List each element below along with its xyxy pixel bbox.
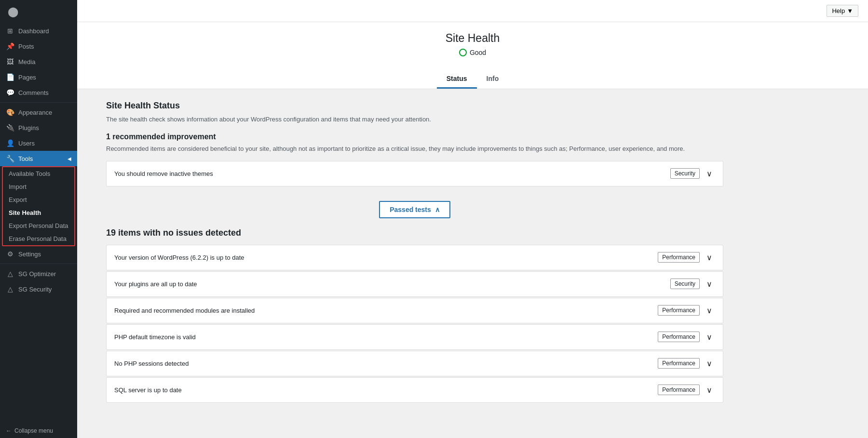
passed-item-right-0: Performance ∨	[658, 252, 715, 263]
passed-tests-wrap: Passed tests ∧	[106, 201, 723, 218]
tools-icon: 🔧	[6, 155, 14, 162]
recommendation-tag-0: Security	[670, 168, 700, 179]
passed-tests-chevron-icon: ∧	[435, 206, 440, 213]
tab-status[interactable]: Status	[437, 70, 477, 89]
submenu-item-erase-personal-data[interactable]: Erase Personal Data	[3, 232, 74, 245]
passed-item-4: No PHP sessions detected Performance ∨	[106, 351, 723, 376]
sidebar-item-settings[interactable]: ⚙ Settings	[0, 246, 77, 262]
media-icon: 🖼	[6, 58, 14, 66]
help-button[interactable]: Help ▼	[827, 5, 858, 17]
submenu-item-export-personal-data[interactable]: Export Personal Data	[3, 219, 74, 232]
passed-item-right-3: Performance ∨	[658, 332, 715, 343]
plugins-icon: 🔌	[6, 124, 14, 132]
recommendations-list: You should remove inactive themes Securi…	[106, 161, 723, 186]
submenu-item-import[interactable]: Import	[3, 180, 74, 193]
sidebar-divider-1	[0, 102, 77, 103]
sg-security-icon: △	[6, 285, 14, 293]
recommendation-item-right-0: Security ∨	[670, 168, 715, 179]
sidebar-item-plugins[interactable]: 🔌 Plugins	[0, 120, 77, 135]
passed-item-expand-button-3[interactable]: ∨	[704, 332, 715, 343]
passed-item-expand-button-5[interactable]: ∨	[704, 385, 715, 396]
sidebar: ⬤ ⊞ Dashboard 📌 Posts 🖼 Media 📄 Pages 💬 …	[0, 0, 77, 438]
improvement-count: 1 recommended improvement	[106, 133, 723, 141]
topbar: Help ▼	[77, 0, 868, 22]
sidebar-item-comments[interactable]: 💬 Comments	[0, 85, 77, 100]
status-label: Good	[470, 49, 486, 56]
settings-icon: ⚙	[6, 250, 14, 258]
passed-item-tag-2: Performance	[658, 305, 700, 316]
sidebar-item-tools[interactable]: 🔧 Tools ◀	[0, 151, 77, 166]
sidebar-item-media[interactable]: 🖼 Media	[0, 54, 77, 69]
section-desc: The site health check shows information …	[106, 115, 723, 125]
users-icon: 👤	[6, 139, 14, 147]
recommendation-expand-button-0[interactable]: ∨	[704, 168, 715, 179]
content-area: Site Health Good Status Info Site Health…	[77, 22, 868, 438]
sidebar-item-sg-optimizer[interactable]: △ SG Optimizer	[0, 266, 77, 281]
help-chevron-icon: ▼	[847, 7, 853, 14]
submenu-item-available-tools[interactable]: Available Tools	[3, 167, 74, 180]
main-content: Help ▼ Site Health Good Status Info Site…	[77, 0, 868, 438]
recommendation-item-0: You should remove inactive themes Securi…	[106, 161, 723, 186]
passed-item-expand-button-4[interactable]: ∨	[704, 358, 715, 369]
passed-tests-button[interactable]: Passed tests ∧	[379, 201, 450, 218]
passed-item-label-3: PHP default timezone is valid	[114, 333, 196, 341]
appearance-icon: 🎨	[6, 108, 14, 116]
status-circle-icon	[459, 49, 467, 56]
wp-logo-icon: ⬤	[8, 6, 18, 17]
tools-arrow-icon: ◀	[68, 156, 71, 161]
passed-items-list: Your version of WordPress (6.2.2) is up …	[106, 245, 723, 403]
passed-item-2: Required and recommended modules are ins…	[106, 298, 723, 323]
passed-item-tag-4: Performance	[658, 358, 700, 369]
recommendation-item-label-0: You should remove inactive themes	[114, 170, 213, 177]
passed-item-expand-button-1[interactable]: ∨	[704, 279, 715, 290]
dashboard-icon: ⊞	[6, 27, 14, 35]
pages-icon: 📄	[6, 73, 14, 81]
passed-item-label-2: Required and recommended modules are ins…	[114, 307, 255, 314]
page-title-wrap: Site Health Good	[77, 32, 868, 66]
sidebar-item-dashboard[interactable]: ⊞ Dashboard	[0, 23, 77, 39]
passed-item-right-2: Performance ∨	[658, 305, 715, 316]
submenu-item-site-health[interactable]: Site Health	[3, 206, 74, 219]
sidebar-item-posts[interactable]: 📌 Posts	[0, 39, 77, 54]
posts-icon: 📌	[6, 42, 14, 50]
tab-info[interactable]: Info	[477, 70, 509, 89]
comments-icon: 💬	[6, 89, 14, 96]
sidebar-logo: ⬤	[0, 0, 77, 23]
content-body: Site Health Status The site health check…	[77, 89, 752, 415]
passed-item-tag-3: Performance	[658, 332, 700, 342]
tools-submenu: Available Tools Import Export Site Healt…	[2, 166, 75, 246]
passed-item-label-0: Your version of WordPress (6.2.2) is up …	[114, 254, 244, 261]
sidebar-divider-2	[0, 264, 77, 264]
section-title: Site Health Status	[106, 101, 723, 111]
passed-item-right-5: Performance ∨	[658, 385, 715, 396]
passed-item-tag-0: Performance	[658, 252, 700, 263]
sidebar-item-sg-security[interactable]: △ SG Security	[0, 281, 77, 297]
no-issues-title: 19 items with no issues detected	[106, 228, 723, 238]
sidebar-item-users[interactable]: 👤 Users	[0, 135, 77, 151]
passed-item-0: Your version of WordPress (6.2.2) is up …	[106, 245, 723, 270]
passed-item-1: Your plugins are all up to date Security…	[106, 271, 723, 297]
passed-item-3: PHP default timezone is valid Performanc…	[106, 324, 723, 350]
passed-item-label-1: Your plugins are all up to date	[114, 280, 197, 288]
sidebar-item-appearance[interactable]: 🎨 Appearance	[0, 105, 77, 120]
passed-item-label-4: No PHP sessions detected	[114, 360, 189, 367]
collapse-menu-button[interactable]: ← Collapse menu	[0, 424, 77, 438]
passed-item-5: SQL server is up to date Performance ∨	[106, 377, 723, 403]
passed-item-tag-5: Performance	[658, 385, 700, 395]
passed-item-expand-button-0[interactable]: ∨	[704, 252, 715, 263]
submenu-item-export[interactable]: Export	[3, 193, 74, 206]
tab-nav: Status Info	[77, 70, 868, 89]
passed-item-tag-1: Security	[670, 279, 700, 289]
passed-item-right-1: Security ∨	[670, 279, 715, 290]
passed-item-right-4: Performance ∨	[658, 358, 715, 369]
passed-item-label-5: SQL server is up to date	[114, 386, 182, 394]
collapse-icon: ←	[6, 427, 12, 434]
page-title: Site Health	[77, 32, 868, 45]
sg-optimizer-icon: △	[6, 270, 14, 278]
sidebar-item-pages[interactable]: 📄 Pages	[0, 69, 77, 85]
passed-item-expand-button-2[interactable]: ∨	[704, 305, 715, 316]
improvement-desc: Recommended items are considered benefic…	[106, 144, 723, 154]
status-badge: Good	[77, 49, 868, 56]
page-header: Site Health Good Status Info	[77, 22, 868, 89]
